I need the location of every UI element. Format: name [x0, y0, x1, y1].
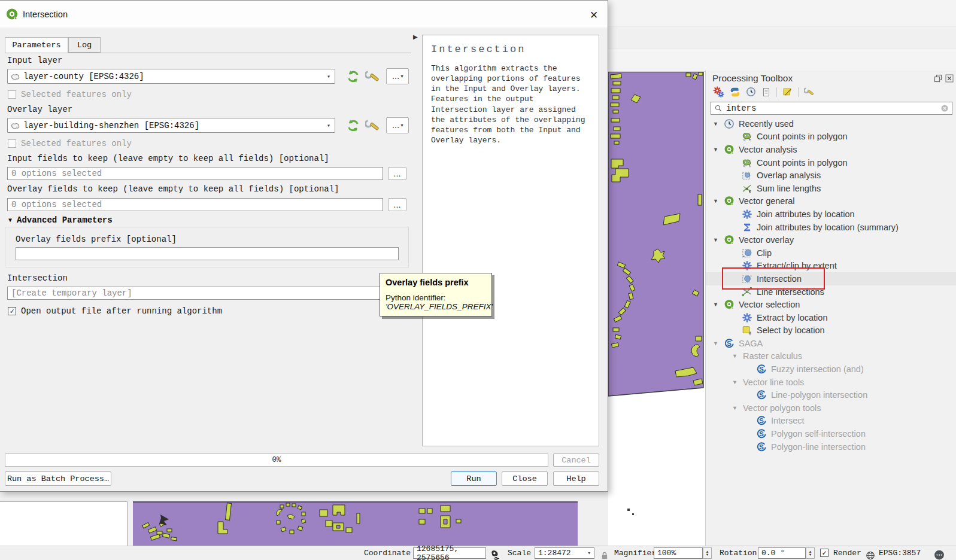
tree-item-fuzzy-intersection[interactable]: Fuzzy intersection (and)	[706, 363, 956, 376]
map-canvas-right[interactable]	[608, 72, 705, 546]
tab-log[interactable]: Log	[68, 37, 101, 53]
expander-icon[interactable]	[713, 302, 721, 308]
expander-icon[interactable]	[713, 340, 721, 346]
toolbox-tree: Recently used Count points in polygon Ve…	[706, 117, 956, 453]
tree-item-join-attributes-summary[interactable]: Join attributes by location (summary)	[706, 221, 956, 234]
scale-label: Scale	[508, 546, 531, 560]
tree-group-vector-general[interactable]: Vector general	[706, 195, 956, 208]
expander-icon[interactable]	[713, 237, 721, 243]
lock-scale-icon[interactable]	[600, 549, 609, 560]
qgis-icon	[724, 144, 735, 155]
tree-item-select-by-location[interactable]: Select by location	[706, 324, 956, 337]
advanced-wrench-icon[interactable]	[365, 118, 380, 133]
panel-collapse-arrow-icon[interactable]	[413, 34, 418, 40]
render-checkbox[interactable]	[820, 549, 828, 557]
tree-group-vector-analysis[interactable]: Vector analysis	[706, 143, 956, 156]
clear-search-icon[interactable]	[940, 104, 949, 112]
tree-item-clip[interactable]: Clip	[706, 246, 956, 260]
tree-item-count-points-2[interactable]: Count points in polygon	[706, 156, 956, 169]
advanced-wrench-icon[interactable]	[365, 69, 380, 84]
coordinate-input[interactable]: 12685175, 2575656	[413, 547, 486, 559]
tooltip-title: Overlay fields prefix	[386, 278, 486, 287]
panel-float-icon[interactable]	[934, 74, 942, 83]
tree-group-recently-used[interactable]: Recently used	[706, 117, 956, 130]
tree-item-join-attributes[interactable]: Join attributes by location	[706, 208, 956, 221]
magnifier-spinner[interactable]	[703, 547, 712, 559]
qgis-logo-icon	[5, 8, 19, 21]
expander-icon[interactable]	[732, 353, 740, 359]
cancel-button[interactable]: Cancel	[553, 454, 599, 467]
checkbox-icon	[8, 90, 16, 99]
run-as-batch-button[interactable]: Run as Batch Process…	[5, 471, 111, 486]
panel-close-icon[interactable]	[945, 74, 954, 83]
scale-combo[interactable]: 1:28472	[535, 547, 594, 559]
open-output-checkbox[interactable]: Open output file after running algorithm	[8, 306, 222, 316]
checkbox-icon	[8, 139, 16, 148]
overlay-layer-combo[interactable]: layer-building-shenzhen [EPSG:4326]	[7, 118, 335, 133]
tree-item-extract-by-location[interactable]: Extract by location	[706, 311, 956, 324]
dialog-close-button[interactable]	[587, 8, 600, 22]
expander-icon[interactable]	[713, 121, 721, 127]
overlay-layer-options-button[interactable]: …	[386, 117, 409, 133]
expander-icon[interactable]	[713, 147, 721, 153]
edit-features-icon[interactable]	[782, 87, 793, 97]
overlay-fields-keep-browse-button[interactable]: …	[388, 198, 406, 211]
iterate-refresh-icon[interactable]	[346, 69, 360, 84]
sigma-icon	[742, 222, 752, 233]
tree-group-vector-line-tools[interactable]: Vector line tools	[706, 376, 956, 389]
results-viewer-icon[interactable]	[761, 87, 771, 97]
expander-icon[interactable]	[732, 379, 740, 385]
overlay-fields-prefix-input[interactable]	[16, 247, 399, 260]
advanced-parameters-header[interactable]: Advanced Parameters	[8, 215, 113, 225]
rotation-spinner[interactable]	[806, 547, 815, 559]
input-layer-options-button[interactable]: …	[386, 68, 409, 84]
tree-item-count-points[interactable]: Count points in polygon	[706, 130, 956, 144]
input-selected-only-checkbox[interactable]: Selected features only	[8, 90, 132, 99]
saga-icon	[756, 428, 767, 439]
options-wrench-icon[interactable]	[804, 87, 814, 97]
overlay-selected-only-checkbox[interactable]: Selected features only	[8, 139, 132, 148]
map-right-svg	[608, 72, 705, 546]
expander-icon[interactable]	[732, 405, 740, 411]
tree-item-polygon-self-intersection[interactable]: Polygon self-intersection	[706, 427, 956, 440]
tree-group-saga[interactable]: SAGA	[706, 337, 956, 350]
tree-group-vector-polygon-tools[interactable]: Vector polygon tools	[706, 401, 956, 415]
magnifier-input[interactable]: 100%	[654, 547, 703, 559]
intersection-output-field[interactable]: [Create temporary layer]	[7, 287, 383, 300]
close-button[interactable]: Close	[502, 471, 548, 486]
map-canvas-bottom[interactable]	[133, 501, 578, 546]
qgis-icon	[724, 235, 735, 245]
tree-item-extract-clip-by-extent[interactable]: Extract/clip by extent	[706, 260, 956, 273]
input-layer-combo[interactable]: layer-county [EPSG:4326]	[7, 69, 335, 84]
expander-icon[interactable]	[713, 198, 721, 204]
iterate-refresh-icon[interactable]	[346, 118, 360, 133]
help-title: Intersection	[431, 44, 590, 55]
models-icon[interactable]	[713, 86, 724, 98]
history-icon[interactable]	[746, 87, 756, 97]
input-fields-keep-field[interactable]: 0 options selected	[7, 167, 383, 180]
tree-item-line-polygon-intersection[interactable]: Line-polygon intersection	[706, 388, 956, 401]
tree-group-vector-overlay[interactable]: Vector overlay	[706, 233, 956, 246]
tree-item-intersect[interactable]: Intersect	[706, 415, 956, 428]
epsg-label[interactable]: EPSG:3857	[879, 546, 921, 560]
input-fields-keep-browse-button[interactable]: …	[388, 167, 406, 180]
messages-bubble-icon[interactable]	[934, 548, 945, 560]
tree-item-line-intersections[interactable]: Line intersections	[706, 285, 956, 299]
tree-group-raster-calculus[interactable]: Raster calculus	[706, 350, 956, 363]
tree-group-vector-selection[interactable]: Vector selection	[706, 298, 956, 311]
rotation-input[interactable]: 0.0 °	[758, 547, 806, 559]
tree-item-sum-line-lengths[interactable]: Sum line lengths	[706, 182, 956, 195]
toolbox-search-input[interactable]: inters	[711, 102, 952, 115]
overlay-fields-keep-field[interactable]: 0 options selected	[7, 198, 383, 211]
dialog-titlebar[interactable]: Intersection	[0, 1, 608, 28]
python-scripts-icon[interactable]	[730, 87, 740, 98]
mouse-coordinate-icon[interactable]	[490, 548, 500, 560]
run-button[interactable]: Run	[451, 471, 497, 486]
crs-globe-icon[interactable]	[866, 549, 875, 560]
select-by-location-icon	[742, 325, 752, 336]
tree-item-polygon-line-intersection[interactable]: Polygon-line intersection	[706, 440, 956, 454]
tab-parameters[interactable]: Parameters	[5, 37, 68, 53]
tree-item-overlap-analysis[interactable]: Overlap analysis	[706, 169, 956, 182]
help-button[interactable]: Help	[553, 471, 599, 486]
tree-item-intersection[interactable]: Intersection	[706, 272, 956, 285]
